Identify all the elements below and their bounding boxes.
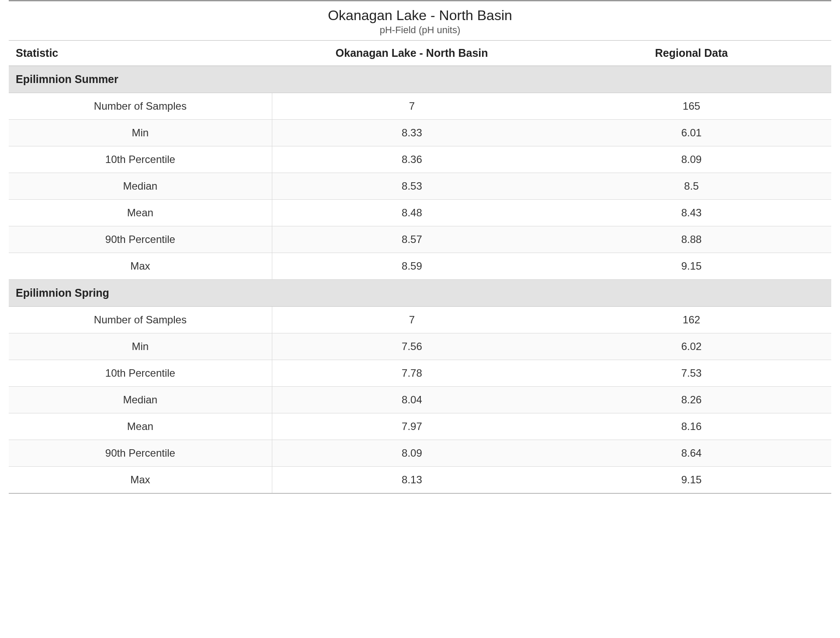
stat-regional-value: 8.26 bbox=[552, 387, 831, 413]
stat-local-value: 8.13 bbox=[272, 467, 552, 494]
stat-label: 90th Percentile bbox=[9, 226, 272, 253]
stat-regional-value: 9.15 bbox=[552, 467, 831, 494]
section-name: Epilimnion Summer bbox=[9, 66, 831, 93]
stat-label: Median bbox=[9, 387, 272, 413]
section-name: Epilimnion Spring bbox=[9, 280, 831, 307]
section-header: Epilimnion Spring bbox=[9, 280, 831, 307]
stat-regional-value: 6.02 bbox=[552, 333, 831, 360]
table-row: Number of Samples 7 162 bbox=[9, 307, 831, 333]
stat-local-value: 8.53 bbox=[272, 173, 552, 200]
stat-regional-value: 9.15 bbox=[552, 253, 831, 280]
stat-regional-value: 8.88 bbox=[552, 226, 831, 253]
table-row: Median 8.53 8.5 bbox=[9, 173, 831, 200]
stat-local-value: 8.48 bbox=[272, 200, 552, 226]
stats-table: Okanagan Lake - North Basin pH-Field (pH… bbox=[9, 0, 831, 494]
table-subtitle: pH-Field (pH units) bbox=[9, 24, 831, 41]
column-header-local: Okanagan Lake - North Basin bbox=[272, 41, 552, 66]
stat-local-value: 8.36 bbox=[272, 146, 552, 173]
stat-local-value: 7.97 bbox=[272, 413, 552, 440]
table-row: Max 8.13 9.15 bbox=[9, 467, 831, 494]
section-header: Epilimnion Summer bbox=[9, 66, 831, 93]
table-row: 90th Percentile 8.57 8.88 bbox=[9, 226, 831, 253]
table-title: Okanagan Lake - North Basin bbox=[9, 1, 831, 24]
stat-label: Max bbox=[9, 253, 272, 280]
stat-label: Number of Samples bbox=[9, 93, 272, 120]
stat-regional-value: 8.09 bbox=[552, 146, 831, 173]
stat-regional-value: 8.5 bbox=[552, 173, 831, 200]
stat-regional-value: 6.01 bbox=[552, 120, 831, 146]
stat-regional-value: 8.43 bbox=[552, 200, 831, 226]
stat-label: Min bbox=[9, 120, 272, 146]
stat-regional-value: 8.16 bbox=[552, 413, 831, 440]
column-header-statistic: Statistic bbox=[9, 41, 272, 66]
stat-regional-value: 7.53 bbox=[552, 360, 831, 387]
stat-local-value: 8.09 bbox=[272, 440, 552, 467]
table-row: Min 7.56 6.02 bbox=[9, 333, 831, 360]
stat-label: Median bbox=[9, 173, 272, 200]
table-row: Median 8.04 8.26 bbox=[9, 387, 831, 413]
stat-local-value: 7 bbox=[272, 93, 552, 120]
stat-local-value: 7.78 bbox=[272, 360, 552, 387]
table-row: 10th Percentile 7.78 7.53 bbox=[9, 360, 831, 387]
stat-label: 90th Percentile bbox=[9, 440, 272, 467]
table-row: Mean 7.97 8.16 bbox=[9, 413, 831, 440]
stat-local-value: 8.59 bbox=[272, 253, 552, 280]
stat-local-value: 8.57 bbox=[272, 226, 552, 253]
stat-local-value: 7.56 bbox=[272, 333, 552, 360]
table-row: 90th Percentile 8.09 8.64 bbox=[9, 440, 831, 467]
stat-regional-value: 165 bbox=[552, 93, 831, 120]
stat-regional-value: 162 bbox=[552, 307, 831, 333]
column-header-regional: Regional Data bbox=[552, 41, 831, 66]
stat-local-value: 8.04 bbox=[272, 387, 552, 413]
table-row: 10th Percentile 8.36 8.09 bbox=[9, 146, 831, 173]
table-row: Number of Samples 7 165 bbox=[9, 93, 831, 120]
table-row: Mean 8.48 8.43 bbox=[9, 200, 831, 226]
table-row: Min 8.33 6.01 bbox=[9, 120, 831, 146]
stat-label: Max bbox=[9, 467, 272, 494]
stat-local-value: 8.33 bbox=[272, 120, 552, 146]
stat-label: 10th Percentile bbox=[9, 146, 272, 173]
stat-label: Min bbox=[9, 333, 272, 360]
table-row: Max 8.59 9.15 bbox=[9, 253, 831, 280]
stat-label: 10th Percentile bbox=[9, 360, 272, 387]
stat-label: Mean bbox=[9, 200, 272, 226]
stat-label: Mean bbox=[9, 413, 272, 440]
stat-regional-value: 8.64 bbox=[552, 440, 831, 467]
stat-local-value: 7 bbox=[272, 307, 552, 333]
stats-table-body: Epilimnion Summer Number of Samples 7 16… bbox=[9, 66, 831, 494]
stat-label: Number of Samples bbox=[9, 307, 272, 333]
